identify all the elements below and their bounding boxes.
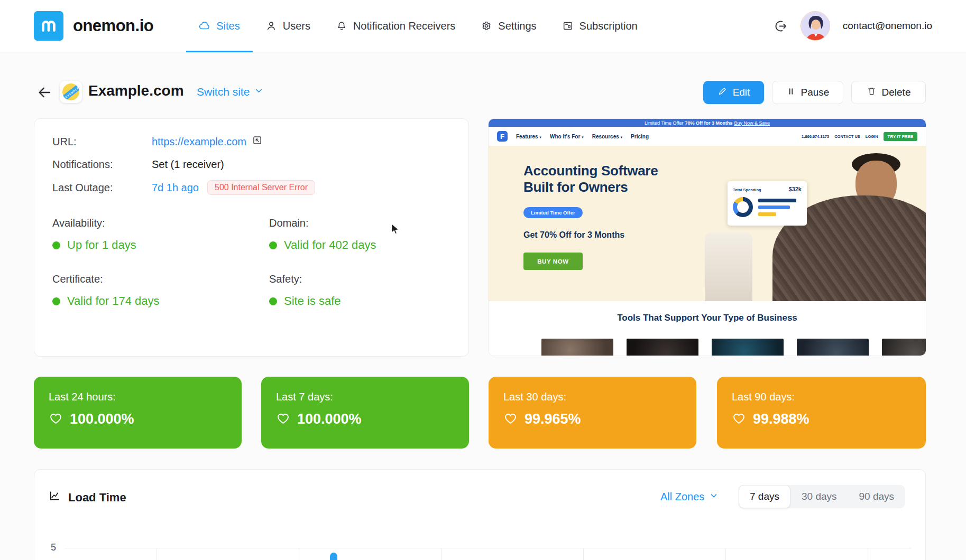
preview-photo-thumbnail xyxy=(797,339,869,356)
status-dot-green xyxy=(52,297,60,305)
site-url-link[interactable]: https://example.com xyxy=(152,135,263,148)
user-icon xyxy=(265,20,277,32)
nav-label: Subscription xyxy=(579,20,638,32)
chevron-down-icon xyxy=(254,86,264,98)
load-time-panel xyxy=(34,469,926,560)
donut-chart xyxy=(733,197,753,217)
preview-nav-item: Resources ▾ xyxy=(592,134,622,139)
outage-error-badge: 500 Internal Server Error xyxy=(207,180,315,195)
tab-90-days[interactable]: 90 days xyxy=(848,485,906,508)
uptime-card-24h: Last 24 hours: 100.000% xyxy=(34,377,242,449)
chart-data-marker xyxy=(330,553,337,560)
spending-value: $32k xyxy=(789,186,802,192)
nav-item-sites[interactable]: Sites xyxy=(186,0,252,52)
navbar-right: contact@onemon.io xyxy=(774,11,932,41)
status-dot-green xyxy=(269,241,277,249)
url-label: URL: xyxy=(52,136,152,148)
preview-nav-item: Pricing xyxy=(631,134,649,139)
preview-phone: 1.866.674.3175 xyxy=(802,134,829,139)
uptime-value: 99.988% xyxy=(753,411,809,427)
logout-icon[interactable] xyxy=(774,19,788,33)
site-detail-page: onemon.io Sites Users Notification Recei… xyxy=(0,0,966,560)
status-dot-green xyxy=(52,241,60,249)
uptime-value: 99.965% xyxy=(525,411,581,427)
nav-item-users[interactable]: Users xyxy=(253,0,323,52)
preview-nav: F Features ▾ Who It's For ▾ Resources ▾ … xyxy=(489,127,926,146)
domain-block: Domain: Valid for 402 days xyxy=(269,217,450,252)
edit-button[interactable]: Edit xyxy=(703,81,764,104)
brand-name: onemon.io xyxy=(73,16,153,35)
trash-icon xyxy=(867,86,877,99)
preview-try-free-button: TRY IT FREE xyxy=(884,132,917,141)
preview-offer-badge: Limited Time Offer xyxy=(523,207,583,218)
nav-label: Users xyxy=(283,20,310,32)
chevron-down-icon xyxy=(709,491,719,503)
last-outage-time-link[interactable]: 7d 1h ago xyxy=(152,182,199,194)
preview-tools-section: Tools That Support Your Type of Business xyxy=(489,301,926,356)
preview-logo: F xyxy=(497,131,508,142)
safety-label: Safety: xyxy=(269,273,450,285)
page-title: Example.com xyxy=(88,82,184,99)
certificate-label: Certificate: xyxy=(52,273,269,285)
site-info-card: URL: https://example.com Notifications: … xyxy=(34,118,469,357)
nav-item-subscription[interactable]: Subscription xyxy=(549,0,650,52)
uptime-value: 100.000% xyxy=(297,411,362,427)
chart-gridline xyxy=(868,548,868,560)
domain-label: Domain: xyxy=(269,217,450,229)
notifications-value: Set (1 receiver) xyxy=(152,158,224,171)
back-button[interactable] xyxy=(35,83,53,101)
site-favicon: EXAMPLE xyxy=(60,81,82,103)
chart-gridline xyxy=(441,548,441,560)
top-navbar: onemon.io Sites Users Notification Recei… xyxy=(0,0,966,52)
user-avatar[interactable] xyxy=(801,11,830,41)
status-dot-green xyxy=(269,297,277,305)
gear-icon xyxy=(481,20,492,32)
account-email[interactable]: contact@onemon.io xyxy=(843,20,932,32)
chart-gridline xyxy=(725,548,726,560)
safety-value: Site is safe xyxy=(284,294,341,308)
all-zones-dropdown[interactable]: All Zones xyxy=(660,491,719,503)
last-outage-label: Last Outage: xyxy=(52,182,152,194)
pencil-icon xyxy=(717,86,728,99)
availability-block: Availability: Up for 1 days xyxy=(52,217,269,252)
domain-value: Valid for 402 days xyxy=(284,238,376,252)
tab-30-days[interactable]: 30 days xyxy=(790,485,848,508)
chart-gridline xyxy=(65,548,911,548)
bar-rows xyxy=(758,199,796,216)
onemon-logo-icon[interactable] xyxy=(34,11,63,41)
heart-icon xyxy=(49,411,63,427)
preview-photo-thumbnail xyxy=(882,339,926,356)
external-link-icon xyxy=(252,135,263,148)
nav-item-notification-receivers[interactable]: Notification Receivers xyxy=(323,0,468,52)
nav-label: Sites xyxy=(216,20,240,32)
cloud-icon xyxy=(199,20,210,32)
preview-nav-item: Who It's For ▾ xyxy=(550,134,584,139)
subscription-card-icon xyxy=(562,20,574,32)
switch-site-dropdown[interactable]: Switch site xyxy=(197,86,264,98)
preview-spending-card: Total Spending $32k xyxy=(728,181,807,226)
delete-button[interactable]: Delete xyxy=(851,81,926,104)
preview-photo-thumbnail xyxy=(627,339,698,356)
safety-block: Safety: Site is safe xyxy=(269,273,450,308)
uptime-card-90d: Last 90 days: 99.988% xyxy=(717,377,926,449)
chart-gridline xyxy=(583,548,584,560)
nav-item-settings[interactable]: Settings xyxy=(468,0,549,52)
range-tab-group: 7 days 30 days 90 days xyxy=(739,485,905,508)
line-chart-icon xyxy=(49,490,61,505)
y-axis-tick: 5 xyxy=(51,542,56,553)
preview-buy-now-button: BUY NOW xyxy=(523,253,583,270)
site-screenshot-preview: Limited Time Offer 70% Off for 3 Months … xyxy=(489,119,926,356)
availability-label: Availability: xyxy=(52,217,269,229)
certificate-block: Certificate: Valid for 174 days xyxy=(52,273,269,308)
chart-gridline xyxy=(299,548,299,560)
preview-contact: CONTACT US xyxy=(834,134,860,139)
favicon-ribbon-text: EXAMPLE xyxy=(62,83,79,100)
heart-icon xyxy=(276,411,290,427)
pause-icon xyxy=(786,87,796,99)
tab-7-days[interactable]: 7 days xyxy=(739,485,790,508)
spending-label: Total Spending xyxy=(733,188,761,192)
heart-icon xyxy=(503,411,518,427)
heart-icon xyxy=(732,411,746,427)
nav-label: Settings xyxy=(498,20,536,32)
pause-button[interactable]: Pause xyxy=(772,81,843,104)
